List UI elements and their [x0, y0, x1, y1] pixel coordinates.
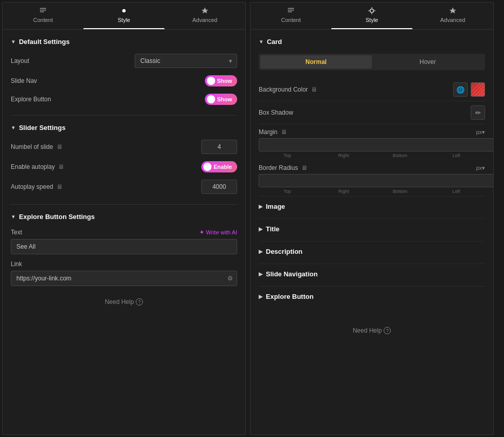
margin-left-input[interactable]: [481, 140, 493, 150]
border-radius-sublabels: Top Right Bottom Left: [259, 189, 485, 194]
link-settings-icon[interactable]: ⚙: [227, 275, 233, 282]
left-panel-body: ▼ Default Settings Layout Classic ▼ Slid…: [3, 30, 245, 434]
state-tab-normal[interactable]: Normal: [260, 55, 372, 69]
image-section-arrow: ▶: [259, 204, 263, 209]
card-section-title: Card: [267, 38, 282, 46]
bg-color-monitor-icon: 🖥: [311, 86, 317, 93]
num-slides-row: Numbel of slide 🖥: [11, 140, 237, 154]
autoplay-toggle-dot: [203, 163, 212, 171]
margin-sublabels: Top Right Bottom Left: [259, 153, 485, 158]
tab-style-right-label: Style: [366, 17, 378, 23]
border-radius-top-label: Top: [260, 189, 315, 194]
title-style-section: ▶ Title: [259, 218, 485, 239]
layout-select[interactable]: Classic: [135, 54, 237, 68]
slide-navigation-section-title: Slide Navigation: [266, 270, 318, 278]
tab-advanced-right[interactable]: Advanced: [412, 3, 493, 29]
slide-nav-toggle[interactable]: Show: [205, 75, 237, 86]
margin-wrap: Margin 🖥 px ▾ 🔗 Top: [259, 128, 485, 158]
box-shadow-edit-btn[interactable]: ✏: [471, 105, 485, 120]
explore-link-input[interactable]: [11, 271, 237, 286]
margin-inputs-row: 🔗: [259, 138, 485, 152]
text-input-wrap: [11, 239, 237, 254]
right-panel-body: ▼ Card Normal Hover Background Color 🖥: [250, 30, 493, 434]
num-slides-monitor-icon: 🖥: [56, 143, 62, 150]
border-radius-bottom-label: Bottom: [372, 189, 428, 194]
bg-color-swatch[interactable]: [471, 82, 485, 97]
link-input-wrap: ⚙: [11, 271, 237, 286]
left-panel: Content Style Advanced ▼ Default Setting…: [2, 2, 246, 435]
explore-button-settings-header[interactable]: ▼ Explore Button Settings: [11, 213, 237, 221]
border-radius-top-input[interactable]: [260, 176, 333, 186]
slide-nav-label: Slide Nav: [11, 77, 205, 84]
border-radius-right-label: Right: [316, 189, 371, 194]
tab-content-right-label: Content: [281, 17, 301, 23]
slider-settings-header[interactable]: ▼ Slider Settings: [11, 124, 237, 132]
margin-top-label: Top: [260, 153, 315, 158]
right-need-help[interactable]: Need Help ?: [259, 327, 485, 334]
tab-style-left[interactable]: Style: [83, 3, 164, 29]
advanced-icon-right: [449, 7, 457, 15]
card-section-header[interactable]: ▼ Card: [259, 38, 485, 46]
description-section-header[interactable]: ▶ Description: [259, 248, 485, 261]
style-icon: [120, 7, 128, 15]
style-icon-right: [368, 7, 376, 15]
autoplay-toggle[interactable]: Enable: [201, 161, 237, 172]
slide-navigation-section-header[interactable]: ▶ Slide Navigation: [259, 270, 485, 284]
svg-point-3: [122, 9, 126, 13]
tab-content-left[interactable]: Content: [3, 3, 83, 29]
explore-button-style-section-title: Explore Button: [266, 293, 313, 300]
border-radius-bottom-input[interactable]: [408, 176, 480, 186]
explore-button-style-section: ▶ Explore Button: [259, 286, 485, 307]
num-slides-input[interactable]: [201, 140, 237, 154]
margin-bottom-input[interactable]: [408, 140, 480, 150]
explore-text-input[interactable]: [11, 239, 237, 254]
border-radius-unit[interactable]: px: [476, 165, 482, 171]
explore-button-settings-title: Explore Button Settings: [19, 213, 95, 221]
layout-row: Layout Classic ▼: [11, 54, 237, 68]
border-radius-right-input[interactable]: [334, 176, 407, 186]
box-shadow-row: Box Shadow ✏: [259, 101, 485, 124]
tab-style-right[interactable]: Style: [331, 3, 412, 29]
default-settings-header[interactable]: ▼ Default Settings: [11, 38, 237, 46]
slider-settings-arrow: ▼: [11, 125, 16, 130]
border-radius-monitor-icon: 🖥: [301, 164, 307, 171]
card-section: ▼ Card Normal Hover Background Color 🖥: [259, 38, 485, 194]
explore-button-style-section-arrow: ▶: [259, 294, 263, 299]
slide-navigation-section-arrow: ▶: [259, 271, 263, 277]
margin-label: Margin 🖥: [259, 128, 476, 136]
right-help-circle: ?: [384, 327, 391, 334]
border-radius-unit-arrow[interactable]: ▾: [482, 165, 485, 171]
description-style-section: ▶ Description: [259, 241, 485, 261]
svg-rect-2: [40, 11, 44, 12]
border-radius-label: Border Radius 🖥: [259, 164, 476, 171]
border-radius-wrap: Border Radius 🖥 px ▾ 🔗 T: [259, 164, 485, 194]
border-radius-left-input[interactable]: [481, 176, 493, 186]
margin-unit[interactable]: px: [476, 129, 482, 135]
border-radius-inputs: [259, 174, 493, 187]
svg-rect-5: [288, 10, 294, 10]
margin-unit-arrow[interactable]: ▾: [482, 129, 485, 136]
tab-advanced-left-label: Advanced: [193, 17, 218, 23]
left-need-help[interactable]: Need Help ?: [11, 298, 237, 305]
margin-right-input[interactable]: [334, 140, 407, 150]
autoplay-speed-input[interactable]: [201, 180, 237, 194]
write-ai-icon: ✦: [199, 229, 204, 236]
text-field-label: Text: [11, 229, 22, 236]
tab-advanced-left[interactable]: Advanced: [164, 3, 245, 29]
explore-button-toggle[interactable]: Show: [205, 94, 237, 105]
image-section-header[interactable]: ▶ Image: [259, 203, 485, 216]
slide-nav-toggle-wrap: Show: [205, 75, 237, 86]
tab-content-right[interactable]: Content: [250, 3, 331, 29]
autoplay-speed-label: Autoplay speed 🖥: [11, 183, 201, 190]
margin-label-row: Margin 🖥 px ▾: [259, 128, 485, 136]
bg-color-globe-btn[interactable]: 🌐: [453, 82, 468, 97]
margin-inputs: [259, 138, 493, 151]
svg-rect-1: [40, 10, 46, 10]
write-ai-button[interactable]: ✦ Write with AI: [199, 229, 237, 236]
title-section-header[interactable]: ▶ Title: [259, 225, 485, 239]
margin-left-label: Left: [429, 153, 484, 158]
state-tab-hover[interactable]: Hover: [372, 55, 484, 69]
explore-button-toggle-dot: [207, 95, 215, 103]
explore-button-style-section-header[interactable]: ▶ Explore Button: [259, 293, 485, 307]
margin-top-input[interactable]: [260, 140, 333, 150]
